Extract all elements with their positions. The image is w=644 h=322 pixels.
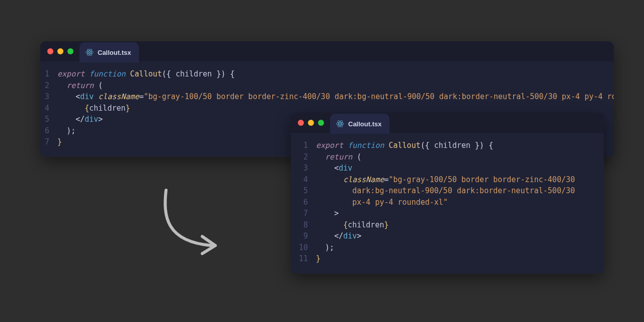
svg-point-3 xyxy=(89,52,90,53)
code-content: export function Callout({ children }) { … xyxy=(314,140,575,265)
react-icon xyxy=(336,120,344,128)
close-icon[interactable] xyxy=(298,120,304,126)
file-tab[interactable]: Callout.tsx xyxy=(79,42,139,62)
code-editor[interactable]: 1 2 3 4 5 6 7 8 9 10 11 export function … xyxy=(291,133,604,274)
titlebar: Callout.tsx xyxy=(40,41,614,61)
titlebar: Callout.tsx xyxy=(291,113,604,133)
zoom-icon[interactable] xyxy=(67,48,73,54)
zoom-icon[interactable] xyxy=(318,120,324,126)
editor-window-after: Callout.tsx 1 2 3 4 5 6 7 8 9 10 11 expo… xyxy=(291,113,604,274)
minimize-icon[interactable] xyxy=(57,48,63,54)
traffic-lights xyxy=(47,48,73,54)
tab-label: Callout.tsx xyxy=(348,120,381,128)
line-number-gutter: 1 2 3 4 5 6 7 8 9 10 11 xyxy=(291,140,314,265)
svg-point-7 xyxy=(340,123,341,124)
arrow-icon xyxy=(146,186,226,257)
line-number-gutter: 1 2 3 4 5 6 7 xyxy=(40,68,55,148)
minimize-icon[interactable] xyxy=(308,120,314,126)
react-icon xyxy=(86,48,94,56)
file-tab[interactable]: Callout.tsx xyxy=(330,114,389,134)
close-icon[interactable] xyxy=(47,48,53,54)
tab-label: Callout.tsx xyxy=(98,49,131,56)
traffic-lights xyxy=(298,120,324,126)
